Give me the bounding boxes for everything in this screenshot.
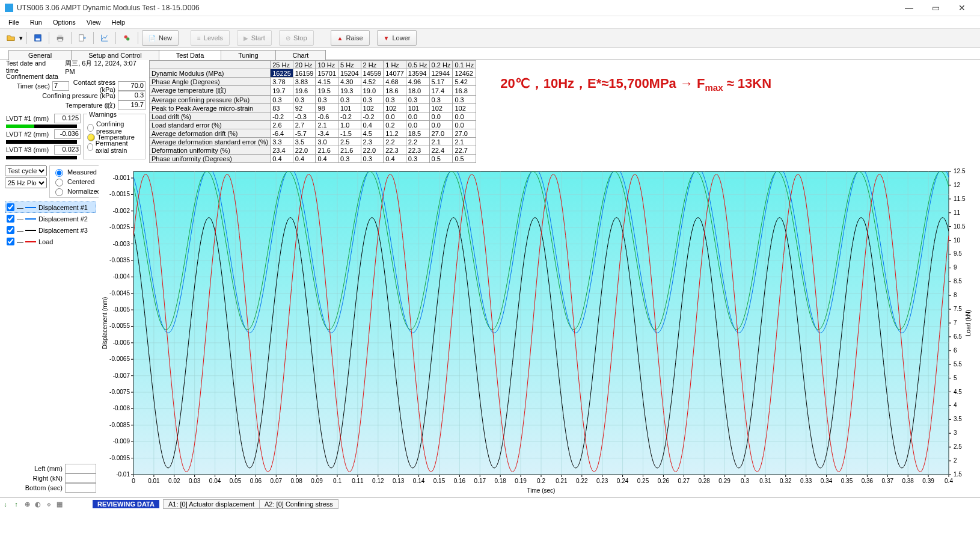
svg-rect-3 xyxy=(58,35,63,37)
table-cell: 5.42 xyxy=(453,78,476,86)
svg-text:-0.009: -0.009 xyxy=(113,438,130,445)
svg-text:0.14: 0.14 xyxy=(413,478,425,484)
menu-file[interactable]: File xyxy=(4,17,24,27)
menu-options[interactable]: Options xyxy=(48,17,81,27)
status-tab-a1[interactable]: A1: [0] Actuator displacement xyxy=(163,499,260,509)
table-cell: 18.0 xyxy=(406,86,429,96)
legend-swatch-icon xyxy=(25,207,36,208)
levels-button[interactable]: ≡Levels xyxy=(191,30,230,46)
menu-view[interactable]: View xyxy=(82,17,106,27)
plots-select[interactable]: 25 Hz Plots xyxy=(5,177,47,188)
test-cycles-select[interactable]: Test cycles xyxy=(5,165,47,176)
table-cell: 0.0 xyxy=(406,121,429,129)
table-cell: 17.4 xyxy=(429,86,453,96)
display-mode-centered[interactable]: Centered xyxy=(52,177,101,186)
stat-label: Bottom (sec) xyxy=(5,484,63,491)
status-icon-5[interactable]: ⟐ xyxy=(43,499,54,509)
start-button[interactable]: ▶Start xyxy=(237,30,272,46)
menu-run[interactable]: Run xyxy=(25,17,47,27)
legend-item-displacement-2[interactable]: —Displacement #2 xyxy=(5,213,96,224)
open-icon[interactable] xyxy=(4,31,18,45)
table-cell: 101 xyxy=(406,104,429,112)
warning-confining-pressure[interactable]: Confining pressure xyxy=(87,123,141,132)
legend-swatch-icon xyxy=(25,230,36,231)
legend-item-displacement-3[interactable]: —Displacement #3 xyxy=(5,224,96,236)
table-cell: 4.5 xyxy=(361,129,384,138)
arrow-down-icon: ▼ xyxy=(384,35,390,42)
table-cell: 11.2 xyxy=(384,129,406,138)
svg-text:12.5: 12.5 xyxy=(954,168,966,174)
tab-setup-and-control[interactable]: Setup and Control xyxy=(71,50,159,60)
status-icon-2[interactable]: ↑ xyxy=(11,499,22,509)
table-header: 0.5 Hz xyxy=(406,61,429,69)
minimize-button[interactable]: — xyxy=(896,0,922,16)
table-row-label: Average deformation drift (%) xyxy=(150,129,271,138)
new-button[interactable]: 📄New xyxy=(142,30,179,46)
contact-stress-label: Contact stress (kPa) xyxy=(72,79,115,93)
chart-area: 00.010.020.030.040.050.060.070.080.090.1… xyxy=(99,163,980,497)
table-row-label: Phase Angle (Degrees) xyxy=(150,78,271,86)
legend-item-load[interactable]: —Load xyxy=(5,236,96,247)
status-tab-a2[interactable]: A2: [0] Confining stress xyxy=(259,499,338,509)
table-cell: 19.5 xyxy=(316,86,338,96)
svg-text:0.21: 0.21 xyxy=(556,478,568,484)
temperature-value: 19.7 xyxy=(118,100,145,110)
lvdt-2-meter xyxy=(6,140,77,144)
timer-label: Timer (sec) xyxy=(6,82,50,90)
chart-icon[interactable] xyxy=(97,31,112,45)
svg-text:0: 0 xyxy=(132,478,135,484)
raise-button[interactable]: ▲Raise xyxy=(331,30,370,46)
status-icon-6[interactable]: ▦ xyxy=(54,499,65,509)
table-cell: 102 xyxy=(453,104,476,112)
info-panel: Test date and time 周三, 6月 12, 2024, 3:07… xyxy=(0,60,149,161)
table-cell: 0.5 xyxy=(453,155,476,163)
app-icon xyxy=(5,4,13,12)
svg-text:7: 7 xyxy=(954,319,957,326)
close-button[interactable]: ✕ xyxy=(949,0,975,16)
status-icon-3[interactable]: ⊕ xyxy=(22,499,32,509)
chart-panel: Test cycles 25 Hz Plots MeasuredCentered… xyxy=(0,163,980,497)
stat-label: Right (kN) xyxy=(5,475,63,482)
tab-tuning[interactable]: Tuning xyxy=(221,50,275,60)
stop-button[interactable]: ⊘Stop xyxy=(279,30,314,46)
confining-pressure-value: 0.3 xyxy=(118,91,145,100)
svg-text:0.39: 0.39 xyxy=(922,478,934,484)
tab-general[interactable]: General xyxy=(8,50,72,60)
status-icon-4[interactable]: ◐ xyxy=(32,499,43,509)
svg-text:0.4: 0.4 xyxy=(945,478,953,484)
table-cell: -0.6 xyxy=(316,112,338,121)
table-cell: 0.3 xyxy=(293,96,316,104)
table-cell: 12944 xyxy=(429,69,453,78)
play-icon: ▶ xyxy=(243,35,248,42)
svg-text:-0.002: -0.002 xyxy=(113,208,130,214)
save-icon[interactable] xyxy=(31,31,45,45)
menu-help[interactable]: Help xyxy=(107,17,130,27)
print-icon[interactable] xyxy=(53,31,67,45)
table-cell: 0.4 xyxy=(271,155,293,163)
table-cell: 5.17 xyxy=(429,78,453,86)
export-icon[interactable] xyxy=(75,31,90,45)
svg-text:0.29: 0.29 xyxy=(718,478,730,484)
tab-chart[interactable]: Chart xyxy=(275,50,326,60)
legend-item-displacement-1[interactable]: —Displacement #1 xyxy=(5,202,96,213)
legend-swatch-icon xyxy=(25,218,36,220)
svg-text:0.11: 0.11 xyxy=(352,478,364,484)
table-cell: 4.30 xyxy=(338,78,361,86)
table-cell: 19.0 xyxy=(361,86,384,96)
table-cell: 0.3 xyxy=(271,96,293,104)
display-mode-normalized[interactable]: Normalized xyxy=(52,186,101,196)
tab-test-data[interactable]: Test Data xyxy=(159,50,221,60)
table-cell: 3.5 xyxy=(293,138,316,146)
display-mode-measured[interactable]: Measured xyxy=(52,167,101,177)
svg-point-7 xyxy=(126,37,129,40)
table-row-label: Load drift (%) xyxy=(150,112,271,121)
warning-permanent-axial-strain[interactable]: Permanent axial strain xyxy=(87,142,141,152)
svg-text:3: 3 xyxy=(954,429,957,436)
status-icon-1[interactable]: ↓ xyxy=(0,499,11,509)
lower-button[interactable]: ▼Lower xyxy=(377,30,417,46)
settings-icon[interactable] xyxy=(120,31,134,45)
table-cell: 21.6 xyxy=(338,146,361,155)
svg-text:0.25: 0.25 xyxy=(637,478,649,484)
svg-text:0.17: 0.17 xyxy=(474,478,486,484)
maximize-button[interactable]: ▭ xyxy=(922,0,949,16)
